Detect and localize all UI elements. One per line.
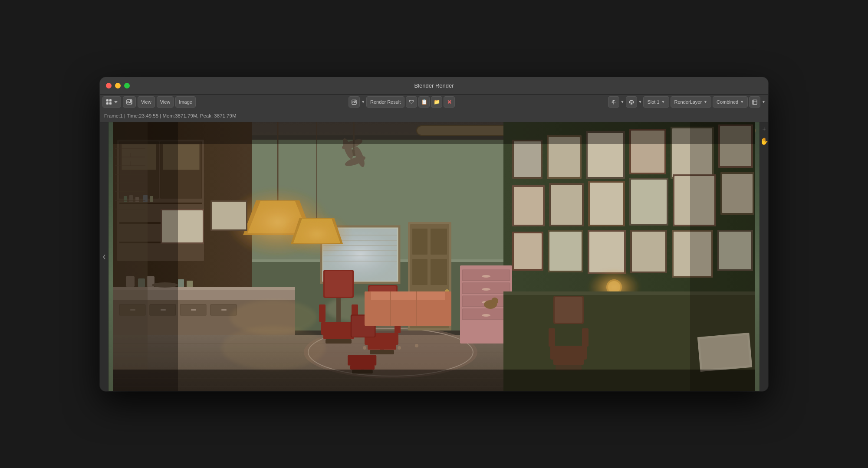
scope2-icon-btn[interactable] [626,96,637,108]
close-button[interactable] [106,83,112,88]
scope1-icon-btn[interactable] [608,96,619,108]
zoom-fit-arrow: ▼ [762,100,766,104]
svg-rect-2 [106,102,108,105]
render-image [108,122,760,391]
render-container: ❮ [100,122,768,391]
right-panel: + ✋ [760,122,768,391]
window-title: Blender Render [414,82,454,89]
scope1-arrow: ▼ [621,100,625,104]
svg-rect-1 [109,99,112,101]
close-icon-btn[interactable]: ✕ [444,96,455,108]
toolbar: View View Image ▼ Render Result 🛡 📋 📁 ✕ [100,95,768,110]
svg-point-7 [355,100,356,101]
folder-icon-btn[interactable]: 📁 [431,96,442,108]
svg-point-5 [130,101,132,102]
render-type-arrow: ▼ [361,100,365,104]
zoom-fit-icon-btn[interactable] [749,96,760,108]
view-image-button[interactable] [123,96,136,108]
render-image-icon[interactable] [349,96,360,108]
view-menu-2[interactable]: View [157,96,174,108]
editor-type-button[interactable] [102,96,121,108]
svg-rect-212 [113,122,755,391]
svg-rect-9 [753,100,757,104]
scope2-arrow: ▼ [638,100,642,104]
shield-icon-btn[interactable]: 🛡 [406,96,417,108]
traffic-lights [106,83,130,88]
blender-window: Blender Render View View Image [100,77,768,391]
status-bar: Frame:1 | Time:23:49.55 | Mem:3871.79M, … [100,110,768,122]
status-text: Frame:1 | Time:23:49.55 | Mem:3871.79M, … [104,113,237,118]
zoom-in-button[interactable]: + [762,126,766,132]
image-menu[interactable]: Image [175,96,196,108]
render-scene-svg [108,122,760,391]
left-panel-toggle[interactable]: ❮ [100,122,108,391]
render-viewport[interactable] [108,122,760,391]
title-bar: Blender Render [100,77,768,95]
copy-icon-btn[interactable]: 📋 [418,96,430,108]
combined-dropdown[interactable]: Combined ▼ [713,96,748,108]
slot-dropdown[interactable]: Slot 1 ▼ [643,96,669,108]
view-menu-1[interactable]: View [138,96,155,108]
svg-rect-3 [109,102,112,105]
svg-rect-0 [106,99,108,101]
minimize-button[interactable] [115,83,121,88]
svg-point-214 [221,326,326,370]
render-layer-dropdown[interactable]: RenderLayer ▼ [671,96,712,108]
render-result-dropdown[interactable]: Render Result [366,96,404,108]
cursor-button[interactable]: ✋ [760,137,769,145]
maximize-button[interactable] [124,83,130,88]
